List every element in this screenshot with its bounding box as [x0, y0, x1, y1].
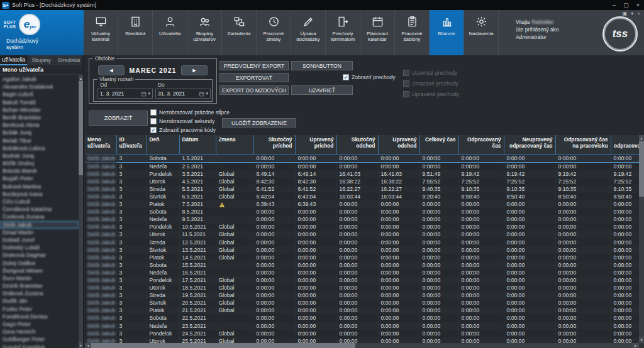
- ribbon-tab-door[interactable]: Prechody terminálom: [326, 10, 360, 55]
- user-list-item[interactable]: Bakoš Tomáš: [0, 99, 79, 106]
- user-list-item[interactable]: Goldberger Peter: [0, 335, 79, 343]
- user-list-item[interactable]: Bošák Juraj: [0, 129, 79, 136]
- table-row[interactable]: Dióši Jakub3Utorok4.5.2021Global8:42:308…: [85, 178, 639, 185]
- checkbox-row[interactable]: Nezobrazovať prázdne stĺpce: [150, 109, 230, 116]
- user-list-item[interactable]: Bobáková Ľubica: [0, 144, 79, 152]
- table-row[interactable]: Dióši Jakub3Sobota1.5.20210:00:000:00:00…: [85, 154, 639, 162]
- column-header[interactable]: Deň: [147, 135, 179, 154]
- user-list-item[interactable]: Dióši Jakub: [0, 221, 79, 229]
- user-list-item[interactable]: Dolný Dalibor: [0, 259, 79, 267]
- sidebar-tab[interactable]: Strediská: [55, 55, 83, 65]
- ribbon-tab-devices[interactable]: Zariadenia: [222, 10, 257, 55]
- user-list-item[interactable]: Benková Alena: [0, 121, 79, 129]
- horizontal-scrollbar[interactable]: ◄ ►: [85, 343, 639, 348]
- user-list-item[interactable]: Dráková Zuzana: [0, 290, 79, 297]
- scroll-left-icon[interactable]: ◄: [85, 343, 91, 348]
- table-row[interactable]: Dióši Jakub3Pondelok3.5.2021Global6:49:1…: [85, 170, 639, 178]
- user-list-item[interactable]: Bielak Tibor: [0, 137, 79, 144]
- table-row[interactable]: Dióši Jakub3Streda12.5.2021Global0:00:00…: [85, 239, 639, 246]
- close-period-button[interactable]: UZAVRIEŤ: [291, 85, 353, 95]
- column-header[interactable]: Upravený príchod: [295, 135, 336, 154]
- table-row[interactable]: Dióši Jakub3Sobota15.5.20210:00:000:00:0…: [85, 261, 639, 269]
- vertical-scrollbar[interactable]: ▲ ▼: [639, 135, 644, 343]
- column-header[interactable]: Dátum: [179, 135, 216, 154]
- ribbon-tab-edit[interactable]: Úprava dochádzky: [291, 10, 326, 55]
- user-list-item[interactable]: Gera Henrich: [0, 328, 79, 335]
- table-row[interactable]: Dióši Jakub3Piatok21.5.2021Global0:00:00…: [85, 307, 639, 314]
- table-row[interactable]: Dióši Jakub3Sobota8.5.20210:00:000:00:00…: [85, 208, 639, 215]
- table-row[interactable]: Dióši Jakub3Streda19.5.2021Global0:00:00…: [85, 291, 639, 299]
- user-list-item[interactable]: Černáková Katarína: [0, 205, 79, 213]
- user-list-item[interactable]: Gago Peter: [0, 320, 79, 328]
- user-list-item[interactable]: Agafon Jakub: [0, 75, 79, 83]
- column-header[interactable]: Skutočný príchod: [253, 135, 295, 154]
- ribbon-tab-clock[interactable]: Pracovné zmeny: [257, 10, 291, 55]
- table-row[interactable]: Dióši Jakub3Štvrtok6.5.2021Global6:43:04…: [85, 193, 639, 200]
- chevron-down-icon[interactable]: ▾: [148, 91, 150, 96]
- ribbon-tab-users[interactable]: Skupiny užívateľov: [187, 10, 222, 55]
- ribbon-tab-chart[interactable]: Bilancie: [430, 10, 464, 55]
- checkbox-icon[interactable]: ✓: [150, 127, 157, 133]
- user-list-item[interactable]: Dratvová Dagmar: [0, 251, 79, 259]
- column-header[interactable]: Zmena: [216, 135, 253, 154]
- ribbon-tab-clipboard[interactable]: Pracovné šablóny: [395, 10, 430, 55]
- scrollbar-thumb[interactable]: [79, 81, 83, 175]
- ribbon-tab-calendar[interactable]: Plánovací kalendár: [360, 10, 395, 55]
- export-payroll-button[interactable]: EXPORT DO MZDOVÝCH: [219, 85, 289, 95]
- scroll-down-icon[interactable]: ▼: [79, 342, 83, 348]
- column-header[interactable]: ID užívateľa: [116, 135, 147, 154]
- date-from-field[interactable]: 1. 3. 2021 ▾: [97, 89, 153, 99]
- checkbox-row[interactable]: ✓Zobraziť prechody: [343, 73, 396, 81]
- scrollbar-thumb[interactable]: [639, 141, 644, 197]
- table-row[interactable]: Dióši Jakub3Piatok14.5.2021Global0:00:00…: [85, 254, 639, 261]
- checkbox-row[interactable]: Nezobrazovať sekundy: [150, 117, 230, 125]
- user-list-item[interactable]: Čičo Ľuboš: [0, 198, 79, 205]
- column-header[interactable]: Neupravený odpracovaný čas: [504, 135, 555, 154]
- table-row[interactable]: Dióši Jakub3Štvrtok20.5.2021Global0:00:0…: [85, 299, 639, 307]
- user-list-item[interactable]: Behan Miroslav: [0, 106, 79, 114]
- show-button[interactable]: ZOBRAZIŤ: [89, 111, 148, 126]
- user-list-item[interactable]: Dudík Ján: [0, 297, 79, 305]
- ribbon-tab-user[interactable]: Užívatelia: [153, 10, 187, 55]
- minimize-icon[interactable]: –: [608, 0, 620, 10]
- date-to-field[interactable]: 31. 3. 2021 ▾: [155, 89, 211, 99]
- table-row[interactable]: Dióši Jakub3Nedeľa9.5.20210:00:000:00:00…: [85, 215, 639, 223]
- user-list-item[interactable]: Ďuro Martin: [0, 275, 79, 282]
- save-view-button[interactable]: ULOŽIŤ ZOBRAZENIE: [222, 118, 296, 128]
- user-list-item[interactable]: Bagin Ľuboš: [0, 90, 79, 98]
- sonia-button[interactable]: SONIABUTTON: [291, 61, 353, 70]
- user-list-item[interactable]: Dzúrik Branislav: [0, 282, 79, 290]
- mdi-window-icon[interactable]: ▣: [623, 11, 628, 16]
- column-header[interactable]: Celkový čas: [419, 135, 458, 154]
- column-header[interactable]: Odpracovaný čas na pracovisku: [555, 135, 611, 154]
- table-row[interactable]: Dióši Jakub3Pondelok17.5.2021Global0:00:…: [85, 276, 639, 284]
- sidebar-tab[interactable]: Skupiny: [28, 55, 55, 65]
- close-icon[interactable]: ×: [632, 0, 644, 10]
- user-list-item[interactable]: Beník Branislav: [0, 114, 79, 121]
- user-list-item[interactable]: Fondrková Denisa: [0, 313, 79, 320]
- checkbox-icon[interactable]: ✓: [343, 74, 349, 80]
- column-header[interactable]: Meno užívateľa: [85, 135, 116, 154]
- column-header[interactable]: Čistý odpracovaný čas: [611, 135, 639, 154]
- table-row[interactable]: Dióši Jakub3Sobota22.5.20210:00:000:00:0…: [85, 314, 639, 322]
- user-list-item[interactable]: Bodnár Juraj: [0, 152, 79, 160]
- column-header[interactable]: Upravený odchod: [378, 135, 419, 154]
- table-row[interactable]: Dióši Jakub3Utorok11.5.2021Global0:00:00…: [85, 231, 639, 238]
- checkbox-icon[interactable]: [150, 118, 157, 124]
- column-header[interactable]: Odpracovaný čas: [458, 135, 504, 154]
- export-button[interactable]: EXPORTOVAŤ: [219, 73, 289, 82]
- mdi-close-icon[interactable]: ×: [637, 11, 640, 16]
- sidebar-tab[interactable]: Užívatelia: [0, 55, 28, 65]
- user-list-item[interactable]: Alexandra Szalaiová: [0, 83, 79, 90]
- scroll-right-icon[interactable]: ►: [633, 343, 639, 348]
- scroll-up-icon[interactable]: ▲: [639, 135, 644, 141]
- user-list-item[interactable]: Bugáň Peter: [0, 175, 79, 182]
- user-list-item[interactable]: Bôžik Ondrej: [0, 160, 79, 167]
- table-row[interactable]: Dióši Jakub3Streda5.5.2021Global6:41:526…: [85, 185, 639, 193]
- mdi-caret-icon[interactable]: ▾: [631, 11, 633, 16]
- user-list-item[interactable]: Dobiaš Jozef: [0, 236, 79, 244]
- user-list-item[interactable]: Buková Martina: [0, 183, 79, 190]
- ribbon-tab-monitor[interactable]: Virtuálny terminál: [84, 10, 118, 55]
- calendar-icon[interactable]: [141, 91, 147, 97]
- table-row[interactable]: Dióši Jakub3Štvrtok13.5.2021Global0:00:0…: [85, 246, 639, 254]
